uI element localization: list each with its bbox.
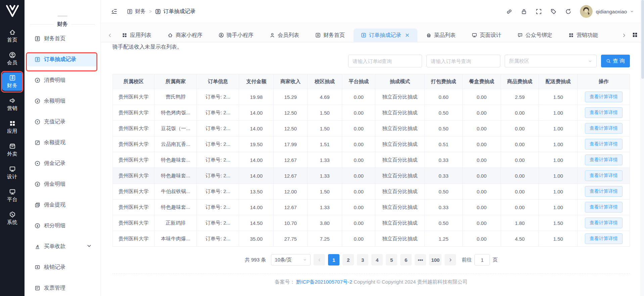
tab-7[interactable]: 菜品列表	[419, 28, 463, 42]
primary-nav-item-6[interactable]: 外卖	[2, 141, 23, 159]
primary-nav-item-8[interactable]: 平台	[2, 186, 23, 205]
primary-nav-item-3[interactable]: $财务	[2, 72, 23, 91]
primary-nav-item-5[interactable]: 应用	[2, 118, 23, 136]
primary-nav-item-7[interactable]: 设计	[2, 164, 23, 182]
sidebar-item-5[interactable]: 充值记录	[27, 115, 97, 129]
tab-3[interactable]: 骑手小程序	[211, 28, 261, 42]
sidebar-item-13[interactable]: 发票管理	[27, 281, 97, 295]
pagination-next-button[interactable]	[445, 254, 456, 265]
primary-nav-item-2[interactable]: 会员	[2, 50, 23, 68]
tabs-scroll-right-icon[interactable]	[622, 33, 627, 38]
pagination-page-4[interactable]: 4	[371, 254, 383, 265]
sidebar-item-4[interactable]: ¥余额明细	[27, 94, 97, 108]
tag-button[interactable]	[550, 8, 557, 15]
beian-link[interactable]: 黔ICP备2021005707号-2	[296, 279, 352, 285]
tab-5[interactable]: $财务首页	[308, 28, 352, 42]
view-calc-detail-button[interactable]: 查看计算详情	[585, 202, 623, 213]
sidebar-item-3[interactable]: ¥消费明细	[27, 73, 97, 87]
tab-6[interactable]: $订单抽成记录	[354, 28, 417, 42]
sidebar-item-7[interactable]: 佣金记录	[27, 156, 97, 170]
table-row-7: 贵州医科大学牛伯叔铁锅...订单号: 2...13.5012.001.500.0…	[113, 184, 630, 199]
pagination-page-2[interactable]: 2	[342, 254, 354, 265]
view-calc-detail-button[interactable]: 查看计算详情	[585, 218, 623, 228]
app-logo-icon[interactable]	[5, 4, 20, 18]
page-size-select[interactable]: 10条/页	[271, 254, 311, 265]
copyright-text: Copyright © Copyright 2024 贵州越前科技有限公司	[354, 279, 468, 285]
campus-select[interactable]: 所属校区	[505, 55, 597, 67]
tabs-panel-grid-icon[interactable]	[632, 32, 638, 38]
view-calc-detail-button[interactable]: 查看计算详情	[585, 233, 623, 244]
primary-nav-item-9[interactable]: 系统	[2, 209, 23, 228]
pagination-ellipsis[interactable]: •••	[415, 254, 426, 265]
sidebar-item-9[interactable]: $佣金提现	[27, 198, 97, 212]
view-calc-detail-button[interactable]: 查看计算详情	[585, 139, 623, 150]
user-menu[interactable]: qidiangaoxiao	[580, 5, 634, 18]
tab-8[interactable]: 页面设计	[464, 28, 509, 42]
pagination-page-6[interactable]: 6	[400, 254, 412, 265]
order-id-input[interactable]	[349, 55, 422, 67]
view-calc-detail-button[interactable]: 查看计算详情	[585, 123, 623, 134]
table-cell: 12.00	[274, 184, 308, 199]
view-calc-detail-button[interactable]: 查看计算详情	[585, 155, 623, 165]
tab-2[interactable]: 商家小程序	[160, 28, 210, 42]
fullscreen-button[interactable]	[536, 8, 542, 15]
collapse-icon	[111, 8, 118, 15]
tabs: 应用列表商家小程序骑手小程序会员列表$财务首页$订单抽成记录菜品列表页面设计公众…	[114, 28, 618, 42]
table-cell: 14.00	[239, 168, 274, 184]
sidebar-item-6[interactable]: 余额提现	[27, 135, 97, 150]
scrollbar-thumb[interactable]	[641, 0, 644, 79]
commission-table: 所属校区所属商家订单信息支付金额商家收入校区抽成平台抽成抽成模式打包费抽成餐盒费…	[112, 74, 630, 247]
goto-page-input[interactable]	[474, 254, 490, 265]
pagination-page-100[interactable]: 100	[429, 254, 442, 265]
collapse-sidebar-icon[interactable]	[111, 8, 118, 15]
sidebar-drag-handle[interactable]	[57, 15, 67, 17]
pagination-page-1[interactable]: 1	[328, 254, 339, 265]
sidebar-item-label: 积分明细	[44, 222, 65, 229]
breadcrumb-item-2[interactable]: $订单抽成记录	[155, 8, 195, 15]
sidebar-item-label: 佣金记录	[44, 160, 65, 167]
tab-label: 页面设计	[480, 32, 501, 39]
view-calc-detail-button[interactable]: 查看计算详情	[585, 170, 623, 181]
sidebar-item-2[interactable]: $订单抽成记录	[27, 52, 97, 66]
view-calc-detail-button[interactable]: 查看计算详情	[585, 186, 623, 197]
tab-9[interactable]: 公众号绑定	[510, 28, 560, 42]
primary-nav-item-4[interactable]: 营销	[2, 95, 23, 114]
svg-text:$: $	[129, 10, 131, 13]
table-cell: 1.50	[539, 231, 578, 247]
link-button[interactable]	[506, 8, 512, 15]
grid-icon	[568, 33, 574, 38]
table-cell: 0.00	[342, 184, 375, 199]
pagination-prev-button[interactable]	[314, 254, 325, 265]
view-calc-detail-button[interactable]: 查看计算详情	[585, 92, 623, 102]
pagination-page-3[interactable]: 3	[357, 254, 368, 265]
table-cell-actions: 查看计算详情	[578, 199, 630, 215]
refresh-button[interactable]	[565, 8, 571, 15]
tab-4[interactable]: 会员列表	[262, 28, 307, 42]
table-cell: 12.50	[274, 105, 308, 121]
search-button[interactable]: 查 询	[601, 55, 630, 67]
tab-1[interactable]: 应用列表	[114, 28, 159, 42]
sidebar-item-11[interactable]: A买单收款	[27, 239, 97, 253]
sidebar-item-label: 佣金提现	[44, 201, 65, 209]
sidebar-item-1[interactable]: $财务首页	[27, 32, 97, 46]
sidebar-item-10[interactable]: $积分明细	[27, 219, 97, 233]
view-calc-detail-button[interactable]: 查看计算详情	[585, 107, 623, 118]
tab-10[interactable]: 营销功能	[561, 28, 605, 42]
tab-close-icon[interactable]	[405, 33, 410, 38]
pagination-page-5[interactable]: 5	[386, 254, 397, 265]
table-cell: 本味牛肉爆...	[154, 231, 197, 247]
tabs-scroll-left-icon[interactable]	[107, 33, 112, 38]
sidebar-item-12[interactable]: 核销记录	[27, 260, 97, 274]
table-cell: 0.50	[424, 105, 463, 121]
table-cell-actions: 查看计算详情	[578, 184, 630, 199]
sidebar-item-8[interactable]: $佣金明细	[27, 177, 97, 191]
primary-nav-item-1[interactable]: 首页	[2, 27, 23, 45]
page-scrollbar[interactable]	[641, 0, 644, 296]
pagination: 共 993 条 10条/页 123456•••100 前往 页	[112, 254, 630, 265]
sidebar-item-label: 核销记录	[44, 264, 65, 271]
table-cell: 1.00	[539, 152, 578, 168]
lock-button[interactable]	[521, 8, 527, 15]
order-no-input[interactable]	[427, 55, 500, 67]
breadcrumb-item-1[interactable]: $财务	[127, 8, 146, 15]
secondary-nav: $财务首页$订单抽成记录¥消费明细¥余额明细充值记录余额提现佣金记录$佣金明细$…	[25, 32, 100, 295]
